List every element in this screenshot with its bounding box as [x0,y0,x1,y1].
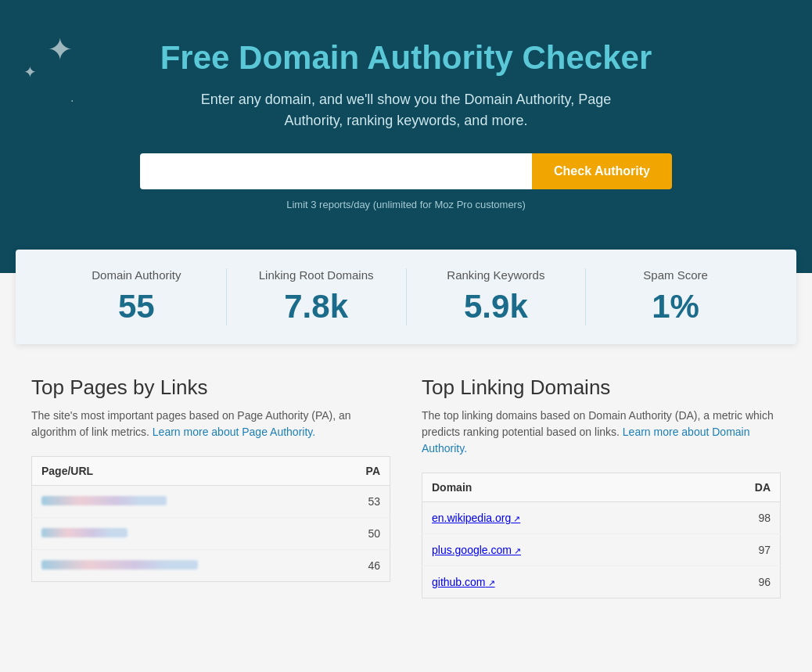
col-header-pa: PA [332,457,390,486]
hero-title: Free Domain Authority Checker [16,39,796,77]
hero-subtitle: Enter any domain, and we'll show you the… [171,89,641,131]
metric-value-ss: 1% [586,288,765,325]
top-domains-desc: The top linking domains based on Domain … [422,408,781,457]
table-row: github.com 96 [422,566,781,598]
metric-label-rk: Ranking Keywords [407,268,586,282]
table-row: 46 [32,550,390,582]
domain-link-1[interactable]: en.wikipedia.org [432,512,520,524]
sparkle-icon-3: · [70,94,74,108]
col-header-page-url: Page/URL [32,457,332,486]
metric-label-ss: Spam Score [586,268,765,282]
da-3: 96 [693,566,781,598]
page-url-2 [32,518,332,550]
top-domains-section: Top Linking Domains The top linking doma… [422,376,781,598]
page-pa-3: 46 [332,550,390,582]
metrics-bar: Domain Authority 55 Linking Root Domains… [16,250,796,344]
top-pages-table: Page/URL PA 53 50 [31,456,390,582]
table-row: plus.google.com 97 [422,534,781,566]
da-1: 98 [693,502,781,534]
metric-ranking-keywords: Ranking Keywords 5.9k [406,268,586,325]
blurred-url-3 [41,560,198,570]
top-domains-table: Domain DA en.wikipedia.org 98 plus.googl… [422,473,781,598]
table-row: 50 [32,518,390,550]
page-url-1 [32,486,332,518]
top-domains-title: Top Linking Domains [422,376,781,400]
top-pages-section: Top Pages by Links The site's most impor… [31,376,390,598]
metric-spam-score: Spam Score 1% [585,268,765,325]
domain-link-2[interactable]: plus.google.com [432,544,521,556]
domain-1: en.wikipedia.org [422,502,693,534]
metric-linking-domains: Linking Root Domains 7.8k [226,268,406,325]
table-header-row: Domain DA [422,473,781,502]
page-url-3 [32,550,332,582]
col-header-domain: Domain [422,473,693,502]
col-header-da: DA [693,473,781,502]
blurred-url-2 [41,528,128,537]
top-pages-title: Top Pages by Links [31,376,390,400]
table-header-row: Page/URL PA [32,457,390,486]
page-pa-1: 53 [332,486,390,518]
page-pa-2: 50 [332,518,390,550]
top-pages-learn-more[interactable]: Learn more about Page Authority. [153,426,315,438]
metric-label-ld: Linking Root Domains [227,268,406,282]
domain-3: github.com [422,566,693,598]
main-content: Top Pages by Links The site's most impor… [0,344,812,614]
table-row: 53 [32,486,390,518]
search-row: Check Authority [140,153,672,189]
limit-notice: Limit 3 reports/day (unlimited for Moz P… [16,199,796,210]
domain-2: plus.google.com [422,534,693,566]
top-pages-desc: The site's most important pages based on… [31,408,390,440]
metric-label-da: Domain Authority [47,268,226,282]
domain-link-3[interactable]: github.com [432,576,495,588]
metric-value-rk: 5.9k [407,288,586,325]
da-2: 97 [693,534,781,566]
metric-value-ld: 7.8k [227,288,406,325]
metric-domain-authority: Domain Authority 55 [47,268,226,325]
domain-input[interactable] [140,153,532,189]
check-authority-button[interactable]: Check Authority [532,153,672,189]
table-row: en.wikipedia.org 98 [422,502,781,534]
metric-value-da: 55 [47,288,226,325]
hero-section: ✦ ✦ · Free Domain Authority Checker Ente… [0,0,812,273]
blurred-url-1 [41,496,167,505]
